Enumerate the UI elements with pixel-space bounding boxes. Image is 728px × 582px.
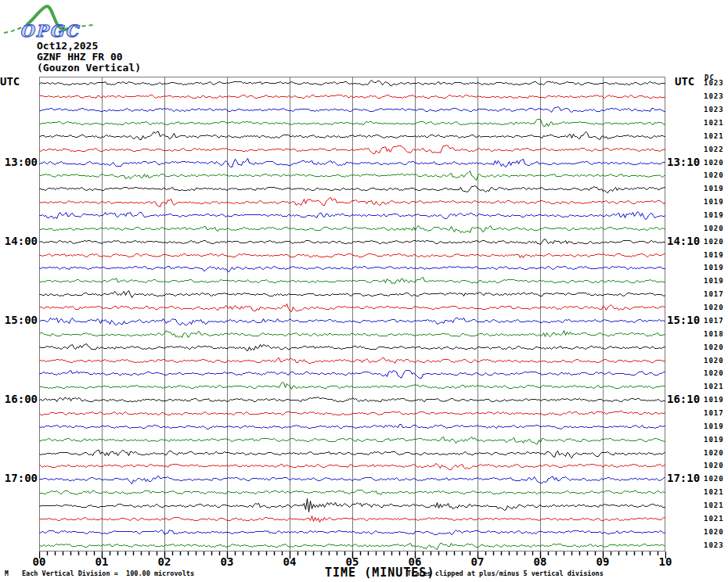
utc-label-left: UTC	[0, 75, 20, 88]
dc-value: 1023	[704, 92, 724, 100]
dc-value: 1019	[704, 396, 724, 404]
helicorder-screen: OPGC Oct12,2025 GZNF HHZ FR 00 (Gouzon V…	[0, 0, 728, 582]
dc-value: 1021	[704, 488, 724, 496]
hour-label-left: 16:00	[0, 393, 38, 405]
time-tick-label: 08	[527, 555, 553, 568]
dc-value: 1019	[704, 211, 724, 219]
dc-value: 1020	[704, 238, 724, 246]
time-tick-label: 00	[26, 555, 52, 568]
hour-label-left: 14:00	[0, 235, 38, 247]
dc-value: 1021	[704, 119, 724, 127]
dc-value: 1022	[704, 146, 724, 153]
header-station: GZNF HHZ FR 00	[37, 52, 123, 63]
dc-value: 1023	[704, 106, 724, 113]
dc-value: 1020	[704, 449, 724, 457]
dc-value: 1020	[704, 159, 724, 167]
header-location: (Gouzon Vertical)	[37, 63, 141, 74]
hour-label-left: 13:00	[0, 156, 38, 168]
dc-value: 1018	[704, 330, 724, 338]
logo-text: OPGC	[20, 21, 80, 40]
dc-value: 1019	[704, 198, 724, 206]
hour-label-right: 13:10	[667, 156, 700, 168]
time-tick-label: 01	[88, 555, 115, 568]
dc-value: 1020	[704, 462, 724, 469]
opgc-logo: OPGC	[2, 2, 96, 40]
hour-label-right: 15:10	[667, 314, 700, 326]
hour-label-left: 17:00	[0, 472, 38, 484]
dc-value: 1021	[704, 132, 724, 140]
dc-value: 1020	[704, 357, 724, 365]
footer-marker-glyph: M	[5, 570, 9, 577]
hour-label-right: 16:10	[667, 393, 700, 405]
dc-value: 1019	[704, 264, 724, 271]
dc-value: 1017	[704, 290, 724, 298]
hour-label-left: 15:00	[0, 314, 38, 326]
time-tick-label: 02	[151, 555, 178, 568]
time-tick-label: 07	[464, 555, 491, 568]
dc-value: 1017	[704, 409, 724, 417]
dc-value: 1020	[704, 528, 724, 536]
time-tick-label: 09	[589, 555, 616, 568]
dc-value: 1020	[704, 369, 724, 377]
dc-value: 1020	[704, 343, 724, 351]
hour-label-right: 17:10	[667, 472, 700, 484]
header-date: Oct12,2025	[37, 41, 98, 52]
dc-value: 1017	[704, 317, 724, 325]
dc-value: 1019	[704, 277, 724, 285]
dc-value: 1019	[704, 422, 724, 430]
time-tick-label: 04	[276, 555, 303, 568]
time-tick-label: 03	[214, 555, 240, 568]
dc-value: 1023	[704, 79, 724, 87]
hour-label-right: 14:10	[667, 235, 700, 247]
dc-value: 1020	[704, 304, 724, 311]
dc-value: 1021	[704, 383, 724, 390]
dc-value: 1020	[704, 171, 724, 179]
dc-value: 1019	[704, 185, 724, 192]
dc-value: 1019	[704, 436, 724, 444]
clip-note: Traces clipped at plus/minus 5 vertical …	[407, 569, 604, 577]
dc-value: 1021	[704, 501, 724, 509]
utc-label-right: UTC	[675, 75, 694, 88]
time-tick-label: 10	[652, 555, 679, 568]
helicorder-traces-canvas	[39, 77, 665, 551]
dc-value: 1023	[704, 541, 724, 549]
dc-value: 1019	[704, 251, 724, 259]
dc-value: 1020	[704, 225, 724, 232]
vertical-division-note: Each Vertical Division = 100.00 microvol…	[22, 569, 194, 577]
dc-value: 1021	[704, 515, 724, 523]
dc-value: 1020	[704, 475, 724, 483]
